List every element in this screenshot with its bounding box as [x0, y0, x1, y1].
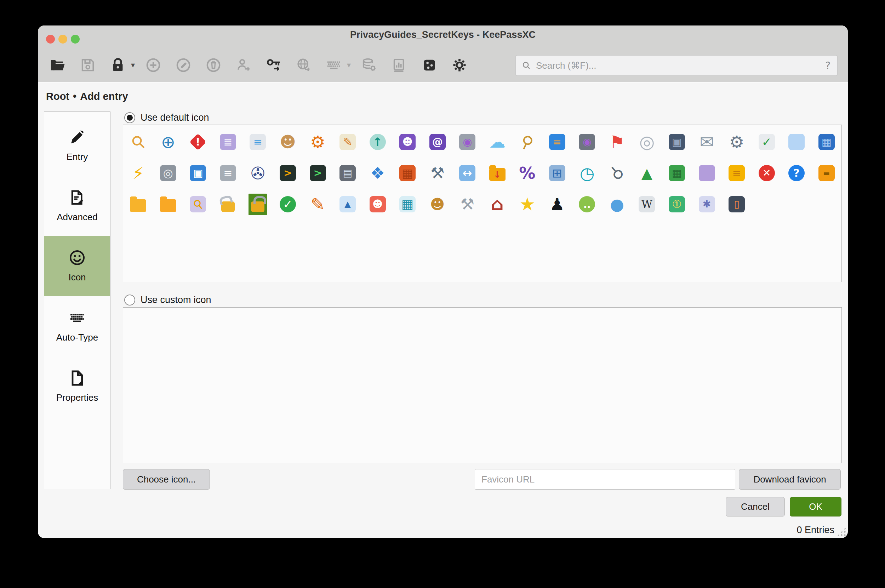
default-icon-tux[interactable]: ♟ — [547, 193, 568, 216]
default-icon-gear[interactable]: ⚙ — [726, 130, 747, 153]
sidebar-item-entry[interactable]: Entry — [44, 116, 110, 176]
default-icon-terminal[interactable]: > — [307, 162, 328, 184]
default-icon-home[interactable]: ⌂ — [487, 193, 508, 216]
default-icon-magnifier[interactable]: ⚲ — [606, 162, 628, 184]
default-icon-address-book[interactable]: ☻ — [367, 193, 388, 216]
default-icon-paper[interactable] — [786, 130, 807, 153]
copy-url-button[interactable] — [294, 56, 313, 74]
default-icon-email[interactable]: ✉ — [696, 130, 717, 153]
ok-button[interactable]: OK — [790, 497, 842, 516]
default-icon-smartphone[interactable]: ▯ — [726, 193, 747, 216]
default-icon-projector[interactable]: ◉ — [576, 130, 597, 153]
default-icon-user[interactable]: ☻ — [277, 130, 298, 153]
default-icon-lock-open[interactable] — [219, 194, 237, 215]
default-icon-percent[interactable]: % — [516, 162, 538, 184]
copy-username-button[interactable] — [234, 56, 253, 74]
default-icon-lightning[interactable]: ⚡ — [128, 162, 148, 184]
reports-button[interactable] — [390, 56, 408, 74]
delete-entry-button[interactable] — [204, 56, 223, 74]
default-icon-tools[interactable]: ⚒ — [457, 193, 478, 216]
use-custom-icon-radio[interactable] — [124, 294, 135, 306]
default-icon-android[interactable]: ‥ — [576, 193, 597, 216]
default-icon-wireless[interactable]: ☁ — [487, 130, 508, 153]
default-icon-clock[interactable]: ◷ — [576, 162, 597, 184]
default-icon-notepad[interactable]: ✎ — [337, 130, 358, 153]
default-icon-folder-open[interactable] — [158, 194, 179, 215]
default-icon-keys[interactable]: ⚲ — [516, 130, 538, 153]
add-entry-button[interactable] — [144, 56, 162, 74]
edit-entry-button[interactable] — [174, 56, 193, 74]
default-icon-floppy[interactable]: ▣ — [187, 162, 208, 184]
default-icon-upload[interactable]: ↑ — [367, 130, 388, 153]
default-icon-network-server[interactable]: ≣ — [218, 130, 238, 153]
default-icon-pencil[interactable]: ✎ — [307, 193, 328, 216]
default-icon-terminal-key[interactable]: > — [277, 162, 298, 184]
default-icon-bookmark[interactable]: ⚑ — [606, 130, 628, 153]
default-icon-camera[interactable]: ◉ — [457, 130, 478, 153]
default-icon-check-circle[interactable]: ✓ — [277, 193, 298, 216]
open-database-button[interactable] — [48, 56, 67, 74]
cancel-button[interactable]: Cancel — [726, 497, 785, 516]
default-icon-certificate[interactable]: ✱ — [696, 193, 717, 216]
default-icon-star[interactable]: ★ — [516, 193, 538, 216]
use-default-icon-radio[interactable] — [124, 112, 135, 123]
icon-glyph: ≣ — [224, 136, 232, 147]
default-icon-server-key[interactable]: ⚲ — [187, 193, 208, 216]
default-icon-printer[interactable]: ▤ — [337, 162, 358, 184]
default-icon-memory-chip[interactable]: ▦ — [666, 162, 687, 184]
default-icon-folder[interactable] — [128, 194, 148, 215]
default-icon-folder-download[interactable]: ↓ — [487, 162, 508, 184]
download-favicon-button[interactable]: Download favicon — [739, 469, 841, 490]
default-icon-lock-closed[interactable] — [249, 194, 267, 215]
default-icon-email-at[interactable]: @ — [427, 130, 448, 153]
default-icon-clipboard-check[interactable]: ✓ — [756, 130, 777, 153]
default-icon-checklist[interactable]: ≡ — [247, 130, 268, 153]
password-generator-button[interactable] — [420, 56, 439, 74]
default-icon-cdrom[interactable]: ◎ — [636, 130, 657, 153]
save-database-button[interactable] — [79, 56, 97, 74]
default-icon-color-blocks[interactable]: ❖ — [367, 162, 388, 184]
default-icon-image-document[interactable]: ▲ — [337, 193, 358, 216]
default-icon-identity[interactable]: ☻ — [397, 130, 418, 153]
default-icon-monitor-arrows[interactable]: ↔ — [457, 162, 478, 184]
default-icon-world[interactable]: ⊕ — [158, 130, 179, 153]
default-icon-apple[interactable]: ● — [606, 193, 628, 216]
default-icon-browser[interactable]: ▦ — [816, 130, 837, 153]
perform-auto-type-dropdown-arrow-icon[interactable]: ▾ — [347, 60, 351, 69]
search-input[interactable] — [535, 60, 819, 72]
copy-password-button[interactable] — [264, 56, 283, 74]
database-settings-button[interactable] — [360, 56, 378, 74]
sidebar-item-auto-type[interactable]: Auto-Type — [44, 296, 110, 356]
default-icon-key[interactable]: ⚲ — [128, 130, 148, 153]
default-icon-wrench[interactable]: ⚒ — [427, 162, 448, 184]
perform-auto-type-button[interactable] — [325, 56, 343, 74]
default-icon-trash-bin[interactable] — [696, 162, 717, 184]
default-icon-network-drive[interactable]: ≡ — [218, 162, 238, 184]
choose-icon-button[interactable]: Choose icon... — [123, 469, 210, 490]
default-icon-table[interactable]: ▦ — [397, 193, 418, 216]
default-icon-windows-screen[interactable]: ⊞ — [547, 162, 568, 184]
default-icon-gears[interactable]: ⚙ — [307, 130, 328, 153]
default-icon-expired[interactable]: ✕ — [756, 162, 777, 184]
default-icon-money[interactable]: ① — [666, 193, 687, 216]
lock-databases-dropdown-arrow-icon[interactable]: ▾ — [131, 60, 135, 69]
settings-button[interactable] — [450, 56, 469, 74]
sidebar-item-properties[interactable]: Properties — [44, 356, 110, 416]
default-icon-film[interactable]: ✇ — [247, 162, 268, 184]
default-icon-note[interactable]: ≡ — [726, 162, 747, 184]
sidebar-item-icon[interactable]: Icon — [44, 236, 110, 296]
default-icon-mountains[interactable]: ▲ — [636, 162, 657, 184]
lock-databases-button[interactable] — [109, 56, 127, 74]
default-icon-monitor[interactable]: ▣ — [666, 130, 687, 153]
default-icon-wikipedia[interactable]: W — [636, 193, 657, 216]
favicon-url-input[interactable] — [475, 469, 735, 490]
default-icon-user-lectern[interactable]: ☻ — [427, 193, 448, 216]
default-icon-help[interactable]: ? — [786, 162, 807, 184]
default-icon-brick-wall[interactable]: ▦ — [397, 162, 418, 184]
default-icon-warning[interactable]: ! — [189, 133, 206, 151]
default-icon-package[interactable]: ▬ — [816, 162, 837, 184]
sidebar-item-advanced[interactable]: Advanced — [44, 176, 110, 236]
default-icon-plug[interactable]: ≡ — [547, 130, 568, 153]
default-icon-safe[interactable]: ◎ — [158, 162, 179, 184]
resize-grip[interactable] — [837, 527, 846, 536]
